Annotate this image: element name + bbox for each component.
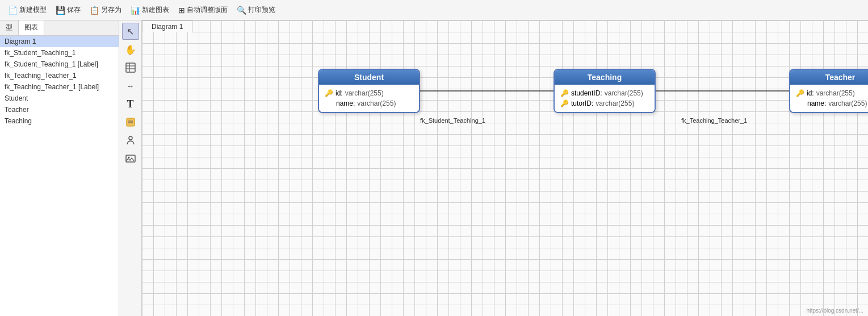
sidebar-item-diagram1[interactable]: Diagram 1 [0, 36, 119, 47]
teaching-field-studentid: 🔑 studentID: varchar(255) [560, 88, 649, 98]
print-preview-icon: 🔍 [237, 6, 246, 15]
save-button[interactable]: 💾 保存 [52, 4, 84, 16]
entity-student[interactable]: Student 🔑 id: varchar(255) name: varchar… [318, 69, 420, 113]
teaching-field-tutorid: 🔑 tutorID: varchar(255) [560, 98, 649, 109]
svg-point-7 [129, 136, 132, 140]
picture-tool[interactable] [122, 150, 139, 167]
diagram-tabs: Diagram 1 [142, 20, 192, 32]
entity-teacher-header: Teacher [790, 70, 868, 85]
teacher-field-name: name: varchar(255) [796, 98, 868, 109]
field-name-5: id: [807, 89, 814, 97]
new-diagram-button[interactable]: 📊 新建图表 [127, 4, 173, 16]
field-type-6: varchar(255) [828, 99, 867, 107]
new-model-button[interactable]: 📄 新建模型 [5, 4, 50, 16]
entity-teacher-body: 🔑 id: varchar(255) name: varchar(255) [790, 85, 868, 112]
field-name-2: name: [336, 99, 355, 107]
student-field-id: 🔑 id: varchar(255) [325, 88, 413, 98]
sidebar-tabs: 型 图表 [0, 20, 119, 36]
new-diagram-label: 新建图表 [142, 5, 169, 15]
sidebar-item-fk2[interactable]: fk_Teaching_Teacher_1 [0, 70, 119, 81]
field-name-6: name: [807, 99, 826, 107]
tool-panel: ↖ ✋ ↔ T [119, 20, 142, 316]
sidebar-tab-diagram[interactable]: 图表 [19, 20, 44, 35]
watermark: https://blog.csdn.net/... [806, 307, 863, 314]
sidebar-item-student[interactable]: Student [0, 93, 119, 104]
teacher-field-id: 🔑 id: varchar(255) [796, 88, 868, 98]
field-name: id: [336, 89, 343, 97]
sidebar-item-fk1-label[interactable]: fk_Student_Teaching_1 [Label] [0, 59, 119, 70]
svg-rect-0 [126, 63, 135, 72]
key-icon-2: 🔑 [560, 89, 569, 97]
new-model-icon: 📄 [8, 6, 18, 15]
field-type-2: varchar(255) [357, 99, 396, 107]
student-field-name: name: varchar(255) [325, 98, 413, 109]
save-as-icon: 📋 [90, 6, 99, 15]
text-tool[interactable]: T [122, 95, 139, 113]
save-label: 保存 [67, 5, 81, 15]
entity-student-body: 🔑 id: varchar(255) name: varchar(255) [319, 85, 419, 112]
toolbar: 📄 新建模型 💾 保存 📋 另存为 📊 新建图表 ⊞ 自动调整版面 🔍 打印预览 [0, 0, 868, 20]
relation-label-fk1: fk_Student_Teaching_1 [420, 117, 485, 124]
new-model-label: 新建模型 [19, 5, 47, 15]
table-tool[interactable] [122, 59, 139, 76]
auto-fit-icon: ⊞ [178, 6, 185, 15]
main-layout: 型 图表 Diagram 1fk_Student_Teaching_1fk_St… [0, 20, 868, 316]
diagram-area[interactable]: Diagram 1 Student 🔑 id: varchar(255) nam… [142, 20, 868, 316]
auto-fit-label: 自动调整版面 [187, 5, 228, 15]
relation-label-fk2: fk_Teaching_Teacher_1 [681, 117, 747, 124]
entity-teaching-body: 🔑 studentID: varchar(255) 🔑 tutorID: var… [555, 85, 655, 112]
canvas: Student 🔑 id: varchar(255) name: varchar… [142, 35, 868, 316]
sidebar-item-fk2-label[interactable]: fk_Teaching_Teacher_1 [Label] [0, 81, 119, 93]
hand-tool[interactable]: ✋ [122, 41, 139, 58]
select-tool[interactable]: ↖ [122, 23, 139, 40]
print-preview-button[interactable]: 🔍 打印预览 [233, 4, 279, 16]
auto-fit-button[interactable]: ⊞ 自动调整版面 [175, 4, 231, 16]
sidebar-item-teaching[interactable]: Teaching [0, 115, 119, 127]
entity-teacher[interactable]: Teacher 🔑 id: varchar(255) name: varchar… [789, 69, 868, 113]
sidebar-list: Diagram 1fk_Student_Teaching_1fk_Student… [0, 36, 119, 316]
entity-teaching[interactable]: Teaching 🔑 studentID: varchar(255) 🔑 tut… [553, 69, 656, 113]
field-type-4: varchar(255) [596, 99, 634, 107]
sidebar-item-fk1[interactable]: fk_Student_Teaching_1 [0, 47, 119, 59]
print-preview-label: 打印预览 [248, 5, 275, 15]
field-type-3: varchar(255) [605, 89, 643, 97]
save-as-label: 另存为 [101, 5, 121, 15]
field-name-3: studentID: [571, 89, 602, 97]
key-icon-4: 🔑 [796, 89, 804, 97]
entity-teaching-header: Teaching [555, 70, 655, 85]
field-type-5: varchar(255) [816, 89, 855, 97]
new-diagram-icon: 📊 [131, 6, 140, 15]
person-tool[interactable] [122, 132, 139, 149]
save-as-button[interactable]: 📋 另存为 [86, 4, 125, 16]
svg-point-9 [128, 157, 129, 159]
entity-student-header: Student [319, 70, 419, 85]
field-type: varchar(255) [345, 89, 384, 97]
sidebar-item-teacher[interactable]: Teacher [0, 104, 119, 115]
diagram-tab-1[interactable]: Diagram 1 [142, 20, 192, 32]
save-icon: 💾 [56, 6, 65, 15]
key-icon: 🔑 [325, 89, 333, 97]
field-name-4: tutorID: [571, 99, 593, 107]
sidebar: 型 图表 Diagram 1fk_Student_Teaching_1fk_St… [0, 20, 119, 316]
key-icon-3: 🔑 [560, 99, 569, 107]
svg-rect-4 [127, 118, 135, 126]
sidebar-tab-model[interactable]: 型 [0, 20, 19, 35]
relations-svg [142, 35, 868, 316]
relation-tool[interactable]: ↔ [122, 77, 139, 94]
note-tool[interactable] [122, 114, 139, 131]
